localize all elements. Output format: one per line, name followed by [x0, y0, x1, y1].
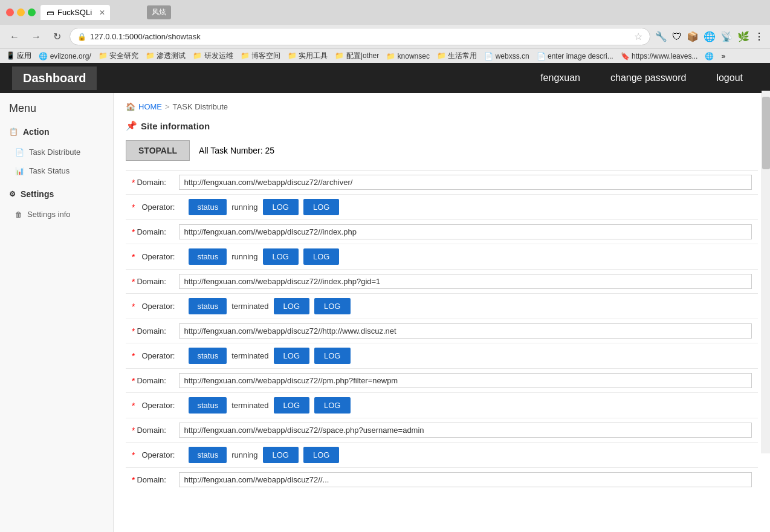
bookmark-pentest[interactable]: 📁 渗透测试 — [146, 51, 186, 61]
tab-close-icon[interactable]: ✕ — [99, 8, 105, 17]
log-button-2a[interactable]: LOG — [274, 298, 309, 314]
bookmark-leaves[interactable]: 🔖 https://www.leaves... — [621, 52, 698, 60]
operator-field-label-3: Operator: — [141, 351, 184, 360]
status-text-0: running — [231, 203, 257, 212]
operator-field-label-5: Operator: — [141, 450, 184, 459]
log-button-3a[interactable]: LOG — [274, 348, 309, 364]
log-button-5b[interactable]: LOG — [303, 447, 339, 463]
sidebar-action-header[interactable]: 📋 Action — [0, 121, 113, 143]
app-brand[interactable]: Dashboard — [12, 66, 97, 90]
section-title: 📌 Site information — [126, 120, 758, 131]
operator-field-label-2: Operator: — [141, 302, 184, 311]
breadcrumb: 🏠 HOME > TASK Distribute — [126, 102, 758, 111]
sidebar: Menu 📋 Action 📄 Task Distribute 📊 Task S… — [0, 93, 114, 532]
domain-field-label-5: Domain: — [137, 426, 179, 435]
bookmark-webxss[interactable]: 📄 webxss.cn — [484, 52, 529, 60]
log-button-0a[interactable]: LOG — [263, 199, 299, 215]
address-bar[interactable]: 🔒 127.0.0.1:5000/action/showtask ☆ — [70, 28, 650, 45]
breadcrumb-home[interactable]: HOME — [138, 102, 162, 111]
log-button-5a[interactable]: LOG — [263, 447, 299, 463]
nav-username[interactable]: fengxuan — [525, 63, 595, 92]
log-button-0b[interactable]: LOG — [303, 199, 339, 215]
close-dot[interactable] — [6, 8, 14, 16]
breadcrumb-icon: 🏠 — [126, 102, 135, 111]
settings-info-icon: 🗑 — [15, 210, 22, 219]
bookmark-tools[interactable]: 📁 实用工具 — [288, 51, 328, 61]
bookmark-security-research[interactable]: 📁 安全研究 — [99, 51, 138, 61]
browser-action-icons: 🔧 🛡 📦 🌐 📡 🌿 ⋮ — [655, 31, 764, 42]
operator-required-2: * — [132, 302, 135, 311]
log-button-4b[interactable]: LOG — [314, 397, 350, 414]
nav-logout[interactable]: logout — [701, 63, 758, 92]
bookmark-globe[interactable]: 🌐 — [705, 52, 714, 60]
status-button-1[interactable]: status — [189, 248, 227, 265]
tab-favicon: 🗃 — [47, 8, 54, 17]
apps-bookmark[interactable]: 📱 应用 — [6, 51, 31, 61]
domain-input-1[interactable] — [179, 224, 752, 239]
log-button-3b[interactable]: LOG — [314, 348, 350, 364]
new-tab-btn[interactable] — [118, 5, 142, 20]
domain-input-5[interactable] — [179, 423, 752, 438]
extension-icon-4[interactable]: 🌐 — [704, 31, 716, 42]
bookmark-config[interactable]: 📁 配置|other — [335, 51, 379, 61]
more-icon[interactable]: ⋮ — [754, 31, 764, 42]
task-row-0: * Domain: * Operator: status running LOG… — [126, 170, 758, 220]
sidebar-item-task-status[interactable]: 📊 Task Status — [0, 161, 113, 180]
sidebar-task-status-label: Task Status — [29, 166, 70, 175]
refresh-button[interactable]: ↻ — [50, 30, 65, 44]
nav-change-password[interactable]: change password — [595, 63, 701, 92]
operator-required-5: * — [132, 450, 135, 460]
top-bar: STOPALL All Task Number: 25 — [126, 140, 758, 161]
bookmark-blog[interactable]: 📁 博客空间 — [241, 51, 280, 61]
bookmark-knownsec[interactable]: 📁 knownsec — [386, 52, 430, 60]
domain-input-2[interactable] — [179, 274, 752, 289]
status-button-2[interactable]: status — [189, 298, 227, 314]
maximize-dot[interactable] — [28, 8, 36, 16]
sidebar-item-task-distribute[interactable]: 📄 Task Distribute — [0, 143, 113, 161]
status-button-3[interactable]: status — [189, 348, 227, 364]
status-button-4[interactable]: status — [189, 397, 227, 414]
domain-required-3: * — [132, 326, 135, 336]
minimize-dot[interactable] — [17, 8, 25, 16]
operator-field-label-0: Operator: — [141, 203, 184, 212]
bookmark-enter-image[interactable]: 📄 enter image descri... — [537, 52, 613, 60]
extension-icon-2[interactable]: 🛡 — [672, 31, 682, 42]
stopall-button[interactable]: STOPALL — [126, 140, 190, 161]
status-text-3: terminated — [231, 351, 268, 360]
scrollbar-thumb[interactable] — [762, 97, 770, 169]
star-icon[interactable]: ☆ — [634, 31, 642, 42]
log-button-2b[interactable]: LOG — [314, 298, 350, 314]
status-text-4: terminated — [231, 401, 268, 410]
log-button-1b[interactable]: LOG — [303, 248, 339, 265]
status-button-0[interactable]: status — [189, 199, 227, 215]
forward-button[interactable]: → — [28, 30, 45, 44]
status-button-5[interactable]: status — [189, 447, 227, 463]
status-text-2: terminated — [231, 302, 268, 311]
bookmark-evilzone[interactable]: 🌐 evilzone.org/ — [39, 52, 91, 60]
domain-field-label-3: Domain: — [137, 326, 179, 336]
log-button-4a[interactable]: LOG — [274, 397, 309, 414]
app-header: Dashboard fengxuan change password logou… — [0, 63, 770, 93]
bookmark-devops[interactable]: 📁 研发运维 — [193, 51, 233, 61]
task-distribute-icon: 📄 — [15, 148, 24, 157]
extension-icon-5[interactable]: 📡 — [720, 31, 733, 42]
sidebar-item-settings-info[interactable]: 🗑 Settings info — [0, 205, 113, 224]
domain-field-label-1: Domain: — [137, 227, 179, 236]
log-button-1a[interactable]: LOG — [263, 248, 299, 265]
extension-icon-6[interactable]: 🌿 — [737, 31, 749, 42]
bookmark-life[interactable]: 📁 生活常用 — [437, 51, 477, 61]
extension-icon-3[interactable]: 📦 — [687, 31, 699, 42]
corner-button[interactable]: 风炫 — [147, 5, 171, 19]
back-button[interactable]: ← — [6, 30, 23, 44]
browser-tab[interactable]: 🗃 FuckSQLi ✕ — [40, 5, 110, 20]
browser-toolbar: ← → ↻ 🔒 127.0.0.1:5000/action/showtask ☆… — [0, 25, 770, 48]
sidebar-settings-header[interactable]: ⚙ Settings — [0, 183, 113, 205]
domain-input-4[interactable] — [179, 373, 752, 388]
bookmarks-bar: 📱 应用 🌐 evilzone.org/ 📁 安全研究 📁 渗透测试 📁 研发运… — [0, 48, 770, 63]
action-label: Action — [23, 127, 50, 137]
more-bookmarks[interactable]: » — [721, 52, 725, 60]
extension-icon-1[interactable]: 🔧 — [655, 31, 667, 42]
domain-input-3[interactable] — [179, 323, 752, 339]
domain-input-0[interactable] — [179, 175, 752, 190]
domain-input-6[interactable] — [179, 472, 752, 487]
